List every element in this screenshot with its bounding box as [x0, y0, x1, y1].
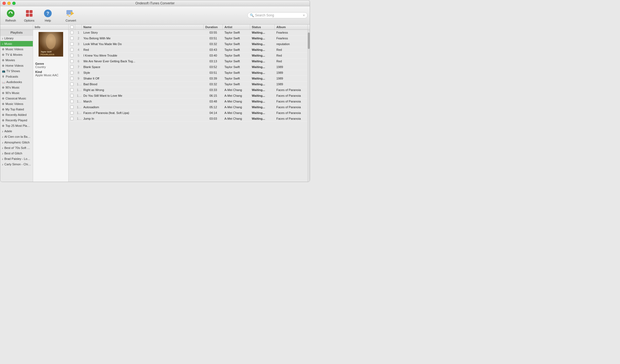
sidebar-item-audiobooks[interactable]: 📖Audiobooks [0, 79, 33, 85]
track-checkbox-8[interactable] [69, 76, 75, 81]
sidebar-item-podcasts[interactable]: 🎙Podcasts [0, 74, 33, 79]
scrollbar[interactable] [308, 30, 310, 182]
maximize-button[interactable] [12, 2, 16, 5]
sidebar-item-music[interactable]: ♪Music [0, 41, 33, 46]
track-checkbox-11[interactable] [69, 93, 75, 98]
refresh-label: Refresh [5, 19, 16, 22]
sidebar-header: Playlists [0, 30, 33, 36]
track-checkbox-9[interactable] [69, 81, 75, 87]
sidebar-item-tv-movies[interactable]: ⚙TV & Movies [0, 52, 33, 57]
sidebar-item-atmospheric[interactable]: ♪Atmospheric Glitch [0, 140, 33, 145]
track-row[interactable]: 10 Bad Blood 03:32 Taylor Swift Waiting.… [69, 81, 308, 87]
sidebar-item-home-videos[interactable]: ⚙Home Videos [0, 63, 33, 68]
track-checkbox-10[interactable] [69, 87, 75, 93]
track-checkbox-12[interactable] [69, 99, 75, 104]
sidebar-item-music-videos[interactable]: ⚙Music Videos [0, 46, 33, 52]
help-button[interactable]: ? Help [40, 7, 56, 23]
refresh-button[interactable]: Refresh [2, 7, 19, 23]
track-duration-1: 03:51 [204, 36, 223, 41]
track-status-8: Waiting... [250, 76, 275, 81]
track-row[interactable]: 3 Look What You Made Me Do 03:32 Taylor … [69, 41, 308, 47]
sidebar-label-atmospheric: Atmospheric Glitch [4, 141, 30, 144]
sidebar-item-library[interactable]: ♪Library [0, 36, 33, 41]
sidebar-item-90s-music[interactable]: ⚙90's Music [0, 85, 33, 90]
track-checkbox-2[interactable] [69, 41, 75, 47]
sidebar-item-brad-paisley[interactable]: ♪Brad Paisley - Love and Wa... [0, 156, 33, 162]
duration-column-header: Duration [204, 25, 223, 30]
sidebar-item-best-glitch[interactable]: ♪Best of Glitch [0, 151, 33, 156]
sidebar-item-music-videos-2[interactable]: ⚙Music Videos [0, 101, 33, 107]
sidebar-item-adele[interactable]: ♪Adele [0, 128, 33, 134]
sidebar: Playlists♪Library♪Music⚙Music Videos⚙TV … [0, 30, 33, 182]
track-row[interactable]: 6 We Are Never Ever Getting Back Tog... … [69, 58, 308, 64]
track-status-1: Waiting... [250, 36, 275, 41]
track-row[interactable]: 11 Right as Wrong 03:33 A-Mei Chang Wait… [69, 87, 308, 93]
track-album-9: 1989 [275, 81, 308, 87]
search-box[interactable]: 🔍 ✕ [247, 12, 308, 18]
track-num-11: 12 [75, 93, 82, 98]
track-checkbox-7[interactable] [69, 70, 75, 75]
track-checkbox-14[interactable] [69, 110, 75, 116]
track-num-9: 10 [75, 81, 82, 87]
track-checkbox-5[interactable] [69, 58, 75, 64]
sidebar-icon-al-cien: ♪ [2, 135, 3, 138]
track-row[interactable]: 2 You Belong With Me 03:51 Taylor Swift … [69, 36, 308, 41]
sidebar-label-my-top-rated: My Top Rated [5, 108, 24, 111]
sidebar-item-top-25[interactable]: ⚙Top 25 Most Played [0, 123, 33, 128]
clear-search-icon[interactable]: ✕ [303, 14, 305, 17]
track-checkbox-15[interactable] [69, 116, 75, 121]
sidebar-label-90s-music: 90's Music [5, 86, 20, 89]
track-artist-13: A-Mei Chang [223, 104, 250, 110]
sidebar-item-classical[interactable]: ⚙Classical Music [0, 96, 33, 101]
track-album-11: Faces of Paranoia [275, 93, 308, 98]
track-album-14: Faces of Paranoia [275, 110, 308, 116]
scrollbar-thumb[interactable] [308, 33, 310, 49]
track-artist-3: Taylor Swift [223, 47, 250, 52]
track-checkbox-13[interactable] [69, 104, 75, 110]
sidebar-item-best-70s[interactable]: ♪Best of '70s Soft Rock [0, 145, 33, 151]
track-checkbox-0[interactable] [69, 30, 75, 35]
refresh-icon [6, 8, 16, 18]
track-row[interactable]: 9 Shake It Off 03:39 Taylor Swift Waitin… [69, 76, 308, 81]
track-checkbox-1[interactable] [69, 36, 75, 41]
track-row[interactable]: 7 Blank Space 03:52 Taylor Swift Waiting… [69, 64, 308, 70]
track-row[interactable]: 14 Autosadism 05:12 A-Mei Chang Waiting.… [69, 104, 308, 110]
minimize-button[interactable] [7, 2, 11, 5]
track-artist-10: A-Mei Chang [223, 87, 250, 93]
convert-button[interactable]: Convert [63, 7, 79, 23]
sidebar-item-90s-music-2[interactable]: ⚙90's Music [0, 90, 33, 96]
track-row[interactable]: 4 Red 03:43 Taylor Swift Waiting... Red [69, 47, 308, 53]
sidebar-label-best-70s: Best of '70s Soft Rock [4, 146, 31, 149]
sidebar-item-movies[interactable]: ⚙Movies [0, 57, 33, 63]
track-artist-14: A-Mei Chang [223, 110, 250, 116]
track-row[interactable]: 1 Love Story 03:55 Taylor Swift Waiting.… [69, 30, 308, 36]
search-input[interactable] [255, 13, 302, 17]
sidebar-label-home-videos: Home Videos [5, 64, 24, 67]
select-all-checkbox[interactable] [70, 25, 74, 29]
convert-label: Convert [66, 19, 76, 22]
track-status-6: Waiting... [250, 64, 275, 70]
track-checkbox-4[interactable] [69, 53, 75, 58]
options-button[interactable]: Options [21, 7, 37, 23]
track-row[interactable]: 8 Style 03:51 Taylor Swift Waiting... 19… [69, 70, 308, 76]
track-row[interactable]: 5 I Knew You Were Trouble 03:40 Taylor S… [69, 53, 308, 58]
sidebar-item-tv-shows[interactable]: 📺TV Shows [0, 68, 33, 74]
track-row[interactable]: 16 Jump In 03:03 A-Mei Chang Waiting... … [69, 116, 308, 122]
sidebar-item-al-cien[interactable]: ♪Al Cien con la Banda 💯 [0, 134, 33, 140]
track-list-scroll[interactable]: 1 Love Story 03:55 Taylor Swift Waiting.… [69, 30, 308, 182]
track-row[interactable]: 13 March 03:48 A-Mei Chang Waiting... Fa… [69, 99, 308, 104]
sidebar-item-recently-played[interactable]: ⚙Recently Played [0, 118, 33, 123]
sidebar-icon-movies: ⚙ [2, 59, 4, 62]
window-controls [2, 2, 16, 5]
track-checkbox-6[interactable] [69, 64, 75, 70]
track-checkbox-3[interactable] [69, 47, 75, 52]
convert-icon [66, 8, 76, 18]
track-row[interactable]: 12 Do You Still Want to Love Me 06:15 A-… [69, 93, 308, 99]
sidebar-item-my-top-rated[interactable]: ⚙My Top Rated [0, 107, 33, 112]
track-album-5: Red [275, 58, 308, 64]
track-name-10: Right as Wrong [82, 87, 204, 93]
sidebar-item-carly-simon[interactable]: ♪Carly Simon - Chimes of... [0, 162, 33, 167]
close-button[interactable] [2, 2, 6, 5]
sidebar-item-recently-added[interactable]: ⚙Recently Added [0, 112, 33, 118]
track-row[interactable]: 15 Faces of Paranoia (feat. Soft Lipa) 0… [69, 110, 308, 116]
